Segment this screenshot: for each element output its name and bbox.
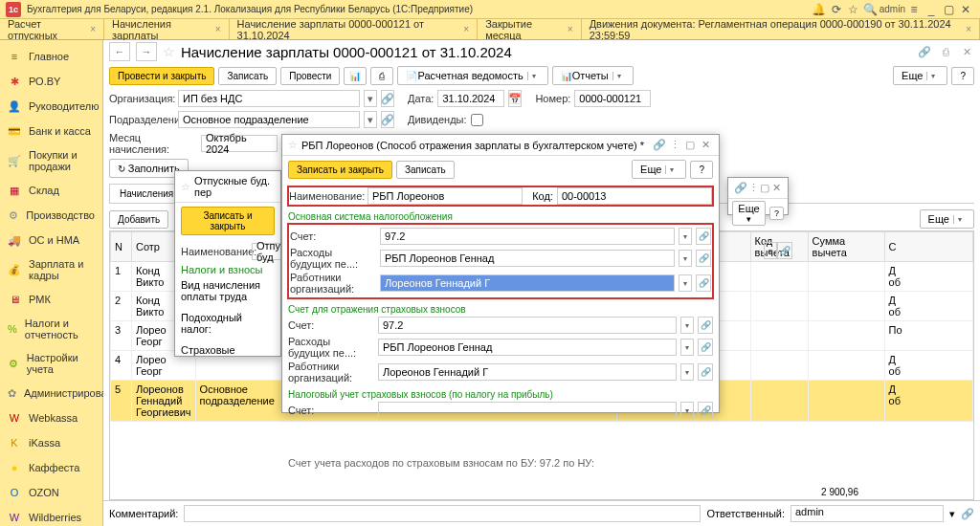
rbp-exp-field[interactable]: РБП Лореонов Геннад (380, 250, 675, 267)
pin-icon[interactable]: ⎙ (938, 46, 953, 57)
payroll-sheet-button[interactable]: 📄 Расчетная ведомость▾ (397, 66, 547, 85)
sidebar-label: OZON (29, 487, 59, 498)
star-icon[interactable]: ☆ (845, 1, 862, 18)
aux-max-icon[interactable]: ▢ (759, 182, 770, 194)
save-button[interactable]: Записать (218, 67, 277, 85)
rbp-menu-icon[interactable]: ⋮ (667, 139, 682, 151)
table-more-button[interactable]: Еще▾ (920, 209, 974, 229)
help-button[interactable]: ? (951, 67, 974, 85)
date-field[interactable]: 31.10.2024 (437, 90, 504, 107)
dividends-checkbox[interactable] (471, 114, 483, 126)
aux-close-icon[interactable]: ✕ (770, 182, 782, 194)
history-icon[interactable]: ⟳ (828, 1, 845, 18)
rbp-account2-field[interactable]: 97.2 (378, 317, 677, 334)
favorite-star-icon[interactable]: ☆ (163, 44, 175, 59)
rbp-name-field[interactable]: РБП Лореонов (368, 187, 523, 205)
aux-menu-icon[interactable]: ⋮ (747, 182, 759, 194)
rbp-save-close-button[interactable]: Записать и закрыть (288, 161, 392, 179)
sidebar-item-8[interactable]: 💰Зарплата и кадры (0, 252, 102, 287)
sidebar-item-5[interactable]: ▦Склад (0, 178, 102, 203)
row-dropdown-icon[interactable]: ▾ (764, 242, 777, 259)
tab-4[interactable]: Движения документа: Регламентная операци… (582, 19, 980, 39)
responsible-field[interactable]: admin (791, 505, 944, 522)
tab-3[interactable]: Закрытие месяца× (478, 19, 582, 39)
sidebar-item-16[interactable]: OOZON (0, 480, 102, 505)
aux-help-button[interactable]: ? (769, 207, 784, 220)
col-s[interactable]: С (884, 232, 972, 262)
sidebar-icon: 🚚 (8, 233, 21, 247)
movements-icon[interactable]: 📊 (344, 67, 367, 85)
sidebar-item-4[interactable]: 🛒Покупки и продажи (0, 143, 102, 178)
aux-more-button[interactable]: Еще ▾ (732, 201, 766, 226)
post-and-close-button[interactable]: Провести и закрыть (109, 67, 214, 85)
col-deduction-sum[interactable]: Сумма вычета (808, 232, 884, 262)
sidebar-item-17[interactable]: WWildberries (0, 505, 102, 526)
comment-field[interactable] (184, 505, 701, 522)
sidebar-item-6[interactable]: ⚙Производство (0, 203, 102, 228)
rbp-save-button[interactable]: Записать (396, 161, 455, 179)
print-icon[interactable]: ⎙ (370, 67, 393, 85)
sidebar-item-2[interactable]: 👤Руководителю (0, 94, 102, 119)
rbp-code-field[interactable]: 00-00013 (557, 187, 712, 205)
close-icon[interactable]: ✕ (957, 1, 974, 18)
rbp-close-icon[interactable]: ✕ (698, 139, 713, 151)
num-field[interactable]: 0000-000121 (574, 90, 651, 107)
row-link-icon[interactable]: 🔗 (777, 242, 792, 259)
sidebar-item-0[interactable]: ≡Главное (0, 44, 102, 69)
tab-2[interactable]: Начисление зарплаты 0000-000121 от 31.10… (230, 19, 479, 39)
responsible-dropdown-icon[interactable]: ▾ (949, 508, 955, 520)
aux-link-icon[interactable]: 🔗 (734, 182, 747, 194)
sidebar-item-1[interactable]: ✱РО.BY (0, 69, 102, 94)
sidebar-item-14[interactable]: KiKassa (0, 430, 102, 455)
date-calendar-icon[interactable]: 📅 (508, 90, 522, 107)
tab-1[interactable]: Начисления зарплаты× (104, 19, 230, 39)
responsible-link-icon[interactable]: 🔗 (961, 508, 974, 520)
rbp-max-icon[interactable]: ▢ (682, 139, 698, 151)
nav-fwd-button[interactable]: → (136, 42, 157, 61)
sidebar-item-11[interactable]: ⚙Настройки учета (0, 346, 102, 381)
menu-icon[interactable]: ≡ (905, 1, 923, 18)
dept-dropdown-icon[interactable]: ▾ (364, 111, 377, 128)
search-icon[interactable]: 🔍 (862, 1, 880, 18)
link-icon[interactable]: 🔗 (917, 46, 932, 58)
maximize-icon[interactable]: ▢ (940, 1, 957, 18)
rbp-workers2-field[interactable]: Лореонов Геннадий Г (378, 363, 677, 381)
rbp-account-field[interactable]: 97.2 (380, 228, 675, 245)
tab-0[interactable]: Расчет отпускных× (0, 19, 104, 39)
bell-icon[interactable]: 🔔 (811, 1, 828, 18)
rbp-workers-field[interactable]: Лореонов Геннадий Г (380, 274, 675, 292)
col-n[interactable]: N (111, 232, 132, 262)
sidebar-item-15[interactable]: ●Каффеста (0, 455, 102, 480)
tab-close-icon[interactable]: × (90, 24, 96, 34)
dept-field[interactable]: Основное подразделение (178, 111, 360, 128)
sidebar-item-13[interactable]: WWebkassa (0, 405, 102, 430)
sidebar-item-7[interactable]: 🚚ОС и НМА (0, 228, 102, 252)
sidebar-item-3[interactable]: 💳Банк и касса (0, 119, 102, 143)
org-field[interactable]: ИП без НДС (178, 90, 360, 107)
dept-link-icon[interactable]: 🔗 (381, 111, 394, 128)
rbp-exp2-field[interactable]: РБП Лореонов Геннад (378, 339, 677, 356)
month-field[interactable]: Октябрь 2024 (201, 135, 278, 152)
rbp-star-icon[interactable]: ☆ (288, 139, 298, 151)
rbp-help-button[interactable]: ? (690, 161, 713, 179)
sidebar-item-12[interactable]: ✿Администрирование (0, 381, 102, 405)
more-button[interactable]: Еще▾ (893, 66, 947, 85)
nav-back-button[interactable]: ← (109, 42, 130, 61)
rbp-account3-field[interactable] (378, 402, 677, 419)
rbp-more-button[interactable]: Еще▾ (632, 160, 686, 179)
window-close-icon[interactable]: ✕ (959, 46, 974, 58)
reports-button[interactable]: 📊 Отчеты▾ (552, 66, 634, 85)
rbp-link-icon[interactable]: 🔗 (652, 139, 667, 151)
post-button[interactable]: Провести (280, 67, 340, 85)
org-link-icon[interactable]: 🔗 (381, 90, 394, 107)
sidebar-item-9[interactable]: 🖥РМК (0, 287, 102, 312)
add-row-button[interactable]: Добавить (109, 210, 168, 229)
sidebar-item-10[interactable]: %Налоги и отчетность (0, 312, 102, 346)
dlg-vacation-save-close[interactable]: Записать и закрыть (181, 207, 275, 235)
org-dropdown-icon[interactable]: ▾ (364, 90, 377, 107)
vacation-name-field[interactable]: Отпускные буд (252, 243, 281, 260)
minimize-icon[interactable]: _ (923, 1, 940, 18)
dlg-star-icon[interactable]: ☆ (181, 181, 190, 193)
user-label[interactable]: admin (880, 1, 905, 18)
tab-accruals[interactable]: Начисления (109, 184, 184, 203)
